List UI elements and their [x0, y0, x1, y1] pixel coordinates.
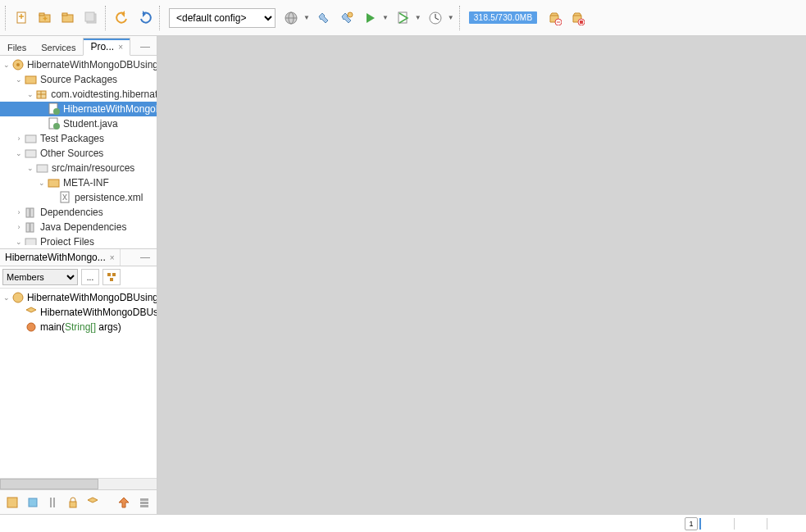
expand-icon[interactable]: ›	[13, 223, 25, 231]
toolbar-separator	[105, 6, 108, 30]
filter-nonpublic-button[interactable]	[66, 494, 81, 511]
svg-rect-46	[110, 278, 113, 281]
config-dropdown[interactable]: <default config>	[169, 8, 275, 28]
dropdown-arrow-icon[interactable]: ▼	[380, 12, 390, 23]
tree-test-packages[interactable]: › Test Packages	[0, 131, 157, 146]
expand-icon[interactable]: ⌄	[13, 149, 25, 157]
expand-icon[interactable]: ⌄	[13, 238, 25, 245]
memory-usage[interactable]: 318.5/730.0MB	[469, 11, 538, 24]
tree-source-packages[interactable]: ⌄ Source Packages	[0, 72, 157, 87]
expand-icon[interactable]: ⌄	[13, 75, 25, 84]
debug-button[interactable]	[392, 7, 413, 29]
tree-xml-file[interactable]: x persistence.xml	[0, 190, 157, 205]
expand-icon[interactable]: ⌄	[2, 61, 11, 69]
toolbar-separator	[5, 6, 8, 30]
new-file-button[interactable]	[11, 7, 33, 29]
filter-static-button[interactable]	[45, 494, 61, 511]
expand-icon[interactable]: ›	[13, 208, 25, 216]
svg-rect-53	[70, 502, 76, 507]
clean-build-button[interactable]	[336, 7, 357, 29]
tree-label: com.voidtesting.hibernate	[51, 89, 157, 100]
tree-label: Project Files	[40, 236, 94, 245]
filter-inner-button[interactable]	[85, 494, 101, 511]
svg-rect-2	[39, 13, 44, 16]
project-tree[interactable]: ⌄ HibernateWithMongoDBUsingJava ⌄ Source…	[0, 56, 157, 245]
expand-icon[interactable]: ⌄	[36, 179, 48, 187]
svg-rect-35	[26, 208, 30, 217]
sort-position-button[interactable]	[137, 494, 153, 511]
tree-resources-folder[interactable]: ⌄ src/main/resources	[0, 161, 157, 175]
members-hierarchy-button[interactable]	[102, 269, 121, 285]
minimize-panel-button[interactable]: —	[134, 39, 157, 55]
tree-label: Other Sources	[40, 148, 103, 159]
tab-projects[interactable]: Pro... ×	[83, 38, 130, 56]
undo-button[interactable]	[112, 7, 133, 29]
tree-meta-inf[interactable]: ⌄ META-INF	[0, 175, 157, 190]
navigator-class[interactable]: ⌄ HibernateWithMongoDBUsingJava	[0, 290, 157, 305]
tree-label: HibernateWithMongoDBUsingJava	[27, 292, 157, 303]
status-slot	[767, 518, 799, 530]
navigator-tree[interactable]: ⌄ HibernateWithMongoDBUsingJava Hibernat…	[0, 289, 157, 478]
svg-point-48	[27, 323, 35, 331]
expand-icon[interactable]: ⌄	[2, 293, 11, 302]
tree-java-file-selected[interactable]: HibernateWithMongoDBUsingJava.java	[0, 102, 157, 116]
svg-point-26	[53, 108, 60, 115]
scrollbar-thumb[interactable]	[0, 479, 98, 489]
main-toolbar: <default config> ▼ ▼ ▼ ▼ 318.5/730.0MB	[0, 0, 806, 36]
members-view-dropdown[interactable]: Members	[2, 269, 78, 285]
open-project-button[interactable]	[57, 7, 79, 29]
editor-area	[157, 36, 806, 514]
tree-project-files[interactable]: ⌄ Project Files	[0, 234, 157, 245]
profile-button[interactable]	[425, 7, 446, 29]
tree-java-file[interactable]: Student.java	[0, 116, 157, 131]
dropdown-arrow-icon[interactable]: ▼	[446, 12, 456, 23]
filter-inherited-button[interactable]	[5, 494, 20, 511]
notifications-badge[interactable]	[685, 517, 698, 530]
svg-rect-29	[25, 135, 36, 143]
navigator-constructor[interactable]: HibernateWithMongoDBUsingJava()	[0, 305, 157, 320]
tree-label: main(String[] args)	[40, 321, 121, 333]
horizontal-scrollbar[interactable]	[0, 478, 157, 489]
navigator-tab[interactable]: HibernateWithMongo... ×	[0, 249, 121, 266]
tree-label: Source Packages	[40, 74, 117, 85]
redo-button[interactable]	[134, 7, 156, 29]
method-icon	[25, 321, 38, 334]
close-icon[interactable]: ×	[110, 253, 115, 262]
save-all-button[interactable]	[80, 7, 102, 29]
dropdown-arrow-icon[interactable]: ▼	[302, 12, 312, 23]
tab-services[interactable]: Services	[34, 39, 83, 55]
close-icon[interactable]: ×	[118, 43, 123, 52]
sidebar-tabs: Files Services Pro... × —	[0, 36, 157, 56]
filter-fields-button[interactable]	[25, 494, 41, 511]
tree-project-root[interactable]: ⌄ HibernateWithMongoDBUsingJava	[0, 57, 157, 72]
expand-icon[interactable]: ›	[13, 134, 25, 143]
svg-rect-37	[26, 223, 30, 232]
expand-icon[interactable]: ⌄	[25, 90, 35, 98]
tree-package[interactable]: ⌄ com.voidtesting.hibernate	[0, 87, 157, 102]
members-filter-button[interactable]: ...	[81, 269, 99, 285]
minimize-panel-button[interactable]: —	[134, 249, 157, 266]
constructor-icon	[25, 306, 38, 319]
dropdown-arrow-icon[interactable]: ▼	[413, 12, 423, 23]
tree-other-sources[interactable]: ⌄ Other Sources	[0, 146, 157, 161]
package-folder-icon	[25, 73, 38, 86]
run-button[interactable]	[359, 7, 380, 29]
svg-point-47	[13, 293, 23, 302]
tree-dependencies[interactable]: › Dependencies	[0, 205, 157, 220]
new-project-button[interactable]	[34, 7, 56, 29]
project-icon	[11, 58, 25, 71]
navigator-method[interactable]: main(String[] args)	[0, 320, 157, 334]
svg-rect-31	[37, 165, 48, 172]
stop-gc-button[interactable]	[567, 7, 588, 29]
tab-label: HibernateWithMongo...	[5, 252, 106, 263]
folder-icon	[36, 161, 49, 175]
pause-gc-button[interactable]	[544, 7, 565, 29]
tree-java-dependencies[interactable]: › Java Dependencies	[0, 220, 157, 234]
tab-files[interactable]: Files	[0, 39, 34, 55]
sort-alpha-button[interactable]	[116, 494, 132, 511]
svg-rect-38	[30, 223, 34, 232]
build-button[interactable]	[313, 7, 335, 29]
browser-button[interactable]	[280, 7, 302, 29]
svg-rect-4	[62, 13, 67, 16]
expand-icon[interactable]: ⌄	[25, 164, 36, 172]
